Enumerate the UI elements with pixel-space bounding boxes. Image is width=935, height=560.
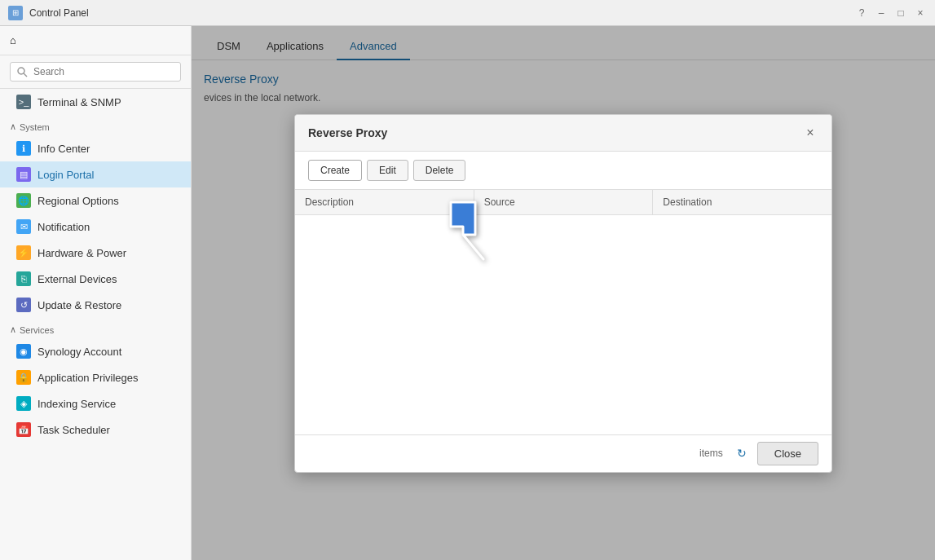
sidebar-item-synology[interactable]: ◉ Synology Account <box>0 338 191 364</box>
sidebar-section-services[interactable]: ∧ Services <box>0 318 191 338</box>
task-icon: 📅 <box>16 422 31 437</box>
apppriv-icon: 🔒 <box>16 370 31 385</box>
app-title: Control Panel <box>29 7 89 19</box>
section-arrow-system: ∧ <box>10 121 16 132</box>
col-destination: Destination <box>653 190 831 214</box>
titlebar: ⊞ Control Panel ? – □ × <box>0 0 935 26</box>
table-body <box>295 215 831 419</box>
col-description: Description <box>295 190 474 214</box>
section-arrow-services: ∧ <box>10 324 16 335</box>
content-area: DSM Applications Advanced Reverse Proxy … <box>192 26 935 560</box>
sidebar-item-label-indexing: Indexing Service <box>37 398 116 410</box>
sidebar-item-label-external: External Devices <box>37 273 117 285</box>
maximize-button[interactable]: □ <box>894 7 907 20</box>
sidebar-item-indexing[interactable]: ◈ Indexing Service <box>0 390 191 417</box>
modal-table: Description Source Destination <box>295 190 831 434</box>
sidebar-item-regional[interactable]: 🌐 Regional Options <box>0 187 191 214</box>
sidebar-item-notification[interactable]: ✉ Notification <box>0 214 191 240</box>
table-header: Description Source Destination <box>295 190 831 215</box>
search-wrapper <box>10 62 181 82</box>
section-label-services: Services <box>20 325 54 335</box>
sidebar-item-update[interactable]: ↺ Update & Restore <box>0 292 191 318</box>
create-button[interactable]: Create <box>308 160 362 181</box>
login-icon: ▤ <box>16 167 31 182</box>
sidebar-item-label-login: Login Portal <box>37 169 94 181</box>
sidebar-item-hardware[interactable]: ⚡ Hardware & Power <box>0 240 191 266</box>
sidebar-item-external[interactable]: ⎘ External Devices <box>0 266 191 292</box>
search-input[interactable] <box>10 62 181 82</box>
edit-button[interactable]: Edit <box>367 160 408 181</box>
sidebar-item-label-synology: Synology Account <box>37 346 121 358</box>
info-icon: ℹ <box>16 141 31 156</box>
titlebar-left: ⊞ Control Panel <box>8 6 89 20</box>
refresh-button[interactable]: ↻ <box>733 444 751 462</box>
sidebar-item-label-apppriv: Application Privileges <box>37 372 139 384</box>
modal-overlay: Reverse Proxy × Create Edit Delete Descr… <box>192 26 935 560</box>
minimize-button[interactable]: – <box>875 7 888 20</box>
sidebar-item-terminal[interactable]: >_ Terminal & SNMP <box>0 89 191 115</box>
terminal-icon: >_ <box>16 95 31 109</box>
modal-close-button[interactable]: × <box>802 125 818 141</box>
sidebar-home-button[interactable]: ⌂ <box>0 26 191 55</box>
sidebar-item-apppriv[interactable]: 🔒 Application Privileges <box>0 364 191 390</box>
sidebar: ⌂ >_ Terminal & SNMP ∧ System ℹ Info Cen… <box>0 26 192 560</box>
sidebar-item-label-task: Task Scheduler <box>37 424 110 436</box>
modal-title: Reverse Proxy <box>308 126 387 139</box>
sidebar-section-system[interactable]: ∧ System <box>0 115 191 135</box>
update-icon: ↺ <box>16 298 31 312</box>
sidebar-item-login-portal[interactable]: ▤ Login Portal <box>0 161 191 187</box>
sidebar-item-label-notification: Notification <box>37 221 90 233</box>
sidebar-item-label-terminal: Terminal & SNMP <box>37 96 121 108</box>
close-modal-button[interactable]: Close <box>757 442 818 465</box>
hardware-icon: ⚡ <box>16 245 31 260</box>
synology-icon: ◉ <box>16 344 31 359</box>
sidebar-item-task[interactable]: 📅 Task Scheduler <box>0 417 191 443</box>
modal-header: Reverse Proxy × <box>295 115 831 152</box>
sidebar-search-area <box>0 55 191 89</box>
sidebar-item-label-hardware: Hardware & Power <box>37 247 126 259</box>
notification-icon: ✉ <box>16 219 31 234</box>
external-icon: ⎘ <box>16 271 31 286</box>
items-label: items <box>308 448 723 459</box>
sidebar-item-label-regional: Regional Options <box>37 195 119 207</box>
sidebar-item-info-center[interactable]: ℹ Info Center <box>0 135 191 161</box>
modal-footer: items ↻ Close <box>295 434 831 472</box>
sidebar-item-label-info: Info Center <box>37 143 90 155</box>
app-icon: ⊞ <box>8 6 23 20</box>
reverse-proxy-modal: Reverse Proxy × Create Edit Delete Descr… <box>294 114 832 473</box>
col-source: Source <box>474 190 654 214</box>
titlebar-controls: ? – □ × <box>855 7 927 20</box>
home-icon: ⌂ <box>10 34 16 46</box>
sidebar-item-label-update: Update & Restore <box>37 299 121 311</box>
regional-icon: 🌐 <box>16 193 31 208</box>
delete-button[interactable]: Delete <box>413 160 466 181</box>
main-layout: ⌂ >_ Terminal & SNMP ∧ System ℹ Info Cen… <box>0 26 935 560</box>
modal-toolbar: Create Edit Delete <box>295 152 831 190</box>
indexing-icon: ◈ <box>16 396 31 411</box>
help-button[interactable]: ? <box>855 7 868 20</box>
close-window-button[interactable]: × <box>914 7 927 20</box>
section-label-system: System <box>20 122 50 132</box>
